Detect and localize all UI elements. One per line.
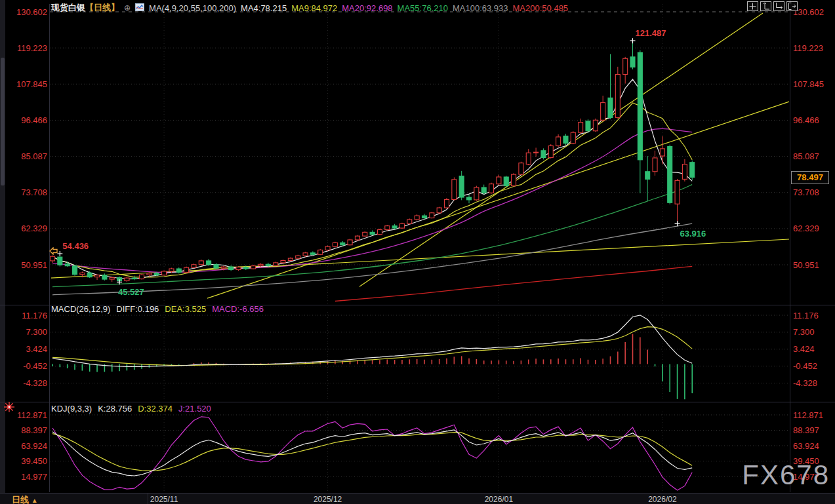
price-marker-arrow[interactable] [49,246,58,258]
candle [445,199,449,208]
x-axis-label: 2026/01 [485,495,513,504]
candle [348,240,352,245]
candle [363,232,367,236]
candle [682,165,687,180]
ma200-value: MA200:50.485 [513,3,569,13]
ma-lines [52,79,692,301]
candle [497,177,501,184]
candle [258,264,263,265]
price-axis-label: 73.708 [793,187,819,197]
candle [370,232,375,234]
period-up-arrow-icon: ▲ [31,497,38,504]
kdj-axis-label: 14.977 [21,472,47,482]
macd-hist-value: MACD:-6.656 [212,304,264,314]
kdj-panel [52,417,692,490]
candle [660,149,664,156]
candle [251,266,256,269]
x-axis-label: 2025/11 [150,495,178,504]
candle [274,263,278,265]
y-axis-scale-icon[interactable] [760,1,771,11]
macd-title: MACD(26,12,9) [51,304,110,314]
kdj-axis-label: 112.871 [793,410,823,420]
candle [87,273,92,277]
macd-axis-label: -0.452 [23,361,47,371]
diff-line [52,315,692,367]
macd-diff-value: DIFF:0.196 [116,304,159,314]
ma-params-label: MA(4,9,20,55,100,200) [149,3,236,13]
candle [296,256,300,258]
kdj-axis-label: 88.397 [793,425,819,435]
price-axis-label: 119.223 [793,43,823,53]
candle [125,278,129,281]
candle [459,176,464,197]
macd-dea-value: DEA:3.525 [165,304,206,314]
candle [615,74,620,117]
candle [541,151,546,158]
candle [132,278,136,279]
candle [207,261,211,265]
chart-canvas[interactable]: 130.602130.602119.223119.223107.845107.8… [0,0,835,504]
price-axis-label: 107.845 [16,79,47,89]
candle [556,137,561,146]
price-axis-label: 62.329 [21,223,47,233]
candle [385,226,390,230]
candle [333,242,337,246]
watermark: FX678 [742,459,830,491]
macd-panel-header: MACD(26,12,9) DIFF:0.196 DEA:3.525 MACD:… [51,304,264,314]
candle [563,136,568,143]
candle [399,223,404,228]
candle [437,208,441,213]
candle [519,163,523,174]
candle [623,58,628,74]
candle [534,152,539,153]
candle [162,271,167,275]
alert-icon[interactable] [3,401,15,413]
period-selector[interactable]: 日线 ▲ [12,494,38,504]
price-axis-label: 50.951 [21,260,47,270]
macd-axis-label: 11.176 [793,311,819,320]
candle [630,57,635,68]
price-axis-label: 62.329 [793,223,819,233]
candle [474,187,479,200]
current-price-badge: 78.497 [791,171,829,184]
candle [266,264,270,265]
candle [422,216,427,218]
add-indicator-icon[interactable]: ⊕ [124,3,131,12]
candle [675,180,680,204]
x-axis-scale-icon[interactable] [773,1,784,11]
period-label: 日线 [12,495,29,504]
ma9-value: MA9:84.972 [291,3,337,13]
candle [281,260,285,262]
candle [512,174,516,185]
kdj-axis-label: 63.924 [793,441,819,451]
price-annotation: 54.436 [62,241,89,251]
macd-axis-label: -4.328 [793,378,817,388]
macd-axis-label: 3.424 [793,344,815,354]
candle [392,226,397,228]
candle [377,229,382,234]
panel-separator [0,402,835,402]
candle [608,98,613,117]
mini-chart-icon[interactable] [135,3,144,13]
exit-chart-icon[interactable] [786,1,798,11]
macd-axis-label: 7.300 [26,327,47,337]
price-axis-label: 85.087 [21,151,47,161]
candle [140,275,144,279]
macd-axis-label: 11.176 [22,311,47,320]
trendline[interactable] [359,13,763,286]
ma100-value: MA100:63.933 [453,3,508,13]
candle [169,269,174,271]
kdj-axis-label: 112.871 [17,410,47,420]
trendline[interactable] [207,102,789,298]
macd-axis-label: 3.424 [26,344,47,354]
candle [318,250,323,254]
price-annotation: 121.487 [636,28,666,38]
candle [586,121,590,131]
d-line [52,433,692,471]
candle [355,236,359,240]
candle [481,187,486,193]
candle [325,246,330,250]
candle [73,266,77,275]
crosshair-move-icon[interactable] [747,1,758,11]
candle [504,177,508,186]
